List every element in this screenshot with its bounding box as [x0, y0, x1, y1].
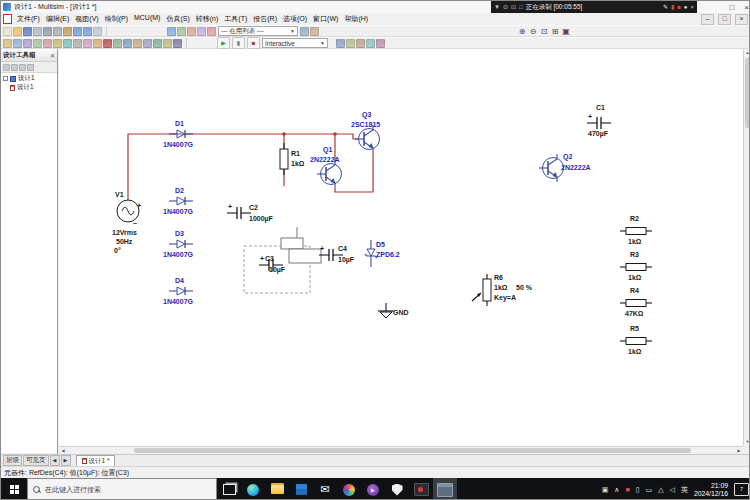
place-diode-icon[interactable] — [23, 39, 32, 48]
rec-select-icon[interactable]: ⊙ — [503, 4, 508, 10]
open-file-icon[interactable] — [13, 27, 22, 36]
battery-icon[interactable]: ▯ — [636, 486, 640, 493]
screen-recorder-icon[interactable] — [409, 478, 433, 500]
edge-icon[interactable] — [241, 478, 265, 500]
in-use-list-dropdown[interactable]: --- 在用列表 --- ▼ — [218, 26, 298, 36]
place-indicator-icon[interactable] — [93, 39, 102, 48]
panel-close-icon[interactable]: ✕ — [50, 52, 55, 59]
media-player-icon[interactable]: ▶ — [361, 478, 385, 500]
place-mcu-icon[interactable] — [163, 39, 172, 48]
defender-icon[interactable] — [385, 478, 409, 500]
sheet-tab-design1[interactable]: 设计1 * — [76, 455, 116, 467]
zoom-out-icon[interactable]: ⊖ — [528, 27, 538, 36]
tab-scroll-left-icon[interactable]: ◀ — [50, 455, 60, 466]
redo-icon[interactable] — [83, 27, 92, 36]
rec-draw-icon[interactable]: ✎ — [663, 4, 668, 10]
place-source-icon[interactable] — [3, 39, 12, 48]
start-button[interactable] — [1, 478, 27, 500]
menu-help[interactable]: 帮助(H) — [341, 14, 371, 24]
paste-icon[interactable] — [63, 27, 72, 36]
pause-simulation-button[interactable]: ▮ — [232, 37, 245, 49]
place-ncs-icon[interactable] — [153, 39, 162, 48]
photos-icon[interactable] — [337, 478, 361, 500]
mdi-restore-button[interactable]: □ — [718, 14, 731, 25]
save-icon[interactable] — [23, 27, 32, 36]
rec-camera-icon[interactable]: ● — [684, 4, 688, 10]
zoom-in-icon[interactable]: ⊕ — [517, 27, 527, 36]
component-D2[interactable]: D21N4007G — [163, 187, 194, 215]
display-icon[interactable]: ▭ — [646, 486, 653, 493]
toolbox-open-icon[interactable] — [11, 64, 18, 71]
tree-item-design-sheet[interactable]: 设计1 — [1, 83, 57, 92]
window-close-button[interactable]: × — [744, 3, 749, 12]
tab-scroll-right-icon[interactable]: ▶ — [61, 455, 71, 466]
taskview-icon[interactable] — [217, 478, 241, 500]
cut-icon[interactable] — [43, 27, 52, 36]
design-toolbox-toggle-icon[interactable] — [167, 27, 176, 36]
rec-pause-icon[interactable]: ▮ — [671, 4, 674, 10]
instrument-multimeter-icon[interactable] — [346, 39, 355, 48]
menu-transfer[interactable]: 转移(n) — [193, 14, 222, 24]
vertical-scrollbar[interactable]: ▲ ▼ — [743, 49, 750, 446]
horizontal-scrollbar[interactable]: ◀ ▶ — [59, 446, 743, 454]
rec-region-icon[interactable]: ⊡ — [511, 4, 516, 10]
print-icon[interactable] — [33, 27, 42, 36]
place-misc-icon[interactable] — [113, 39, 122, 48]
place-cmos-icon[interactable] — [63, 39, 72, 48]
menu-place[interactable]: 绘制(P) — [102, 14, 131, 24]
gamebar-icon[interactable]: ▣ — [602, 486, 609, 493]
cloud-music-icon[interactable]: ■ — [625, 486, 629, 493]
taskbar-search-input[interactable]: 在此键入进行搜索 — [27, 478, 217, 500]
menu-simulate[interactable]: 仿真(S) — [163, 14, 192, 24]
volume-icon[interactable]: ◁ — [670, 486, 675, 493]
tree-item-design-root[interactable]: - 设计1 — [1, 74, 57, 83]
horizontal-scroll-thumb[interactable] — [134, 448, 691, 453]
menu-edit[interactable]: 编辑(E) — [43, 14, 72, 24]
menu-file[interactable]: 文件(F) — [14, 14, 43, 24]
menu-mcu[interactable]: MCU(M) — [131, 14, 163, 24]
component-D4[interactable]: D41N4007G — [163, 277, 194, 305]
instrument-generator-icon[interactable] — [366, 39, 375, 48]
mdi-minimize-button[interactable]: – — [701, 14, 714, 25]
vertical-scroll-thumb[interactable] — [745, 58, 750, 128]
component-R2[interactable]: R21kΩ — [620, 215, 652, 245]
language-indicator[interactable]: 英 — [681, 486, 688, 493]
scroll-up-icon[interactable]: ▲ — [744, 49, 750, 57]
component-D3[interactable]: D31N4007G — [163, 230, 194, 258]
rec-close-icon[interactable]: × — [690, 4, 694, 10]
scroll-down-icon[interactable]: ▼ — [744, 438, 750, 446]
place-rf-icon[interactable] — [133, 39, 142, 48]
copy-icon[interactable] — [53, 27, 62, 36]
schematic-drawing[interactable]: +–V112Vrms50Hz0°D11N4007GD21N4007GD31N40… — [59, 49, 743, 446]
analyses-menu-icon[interactable] — [336, 39, 345, 48]
notification-center-icon[interactable]: 7 — [734, 483, 749, 496]
component-R4[interactable]: R447KΩ — [620, 287, 652, 317]
place-mixed-icon[interactable] — [83, 39, 92, 48]
new-file-icon[interactable] — [3, 27, 12, 36]
component-C4[interactable]: +C410µF — [319, 245, 355, 264]
explorer-icon[interactable] — [265, 478, 289, 500]
taskbar-clock[interactable]: 21:09 2024/12/16 — [694, 482, 728, 498]
place-ttl-icon[interactable] — [53, 39, 62, 48]
menu-view[interactable]: 视图(V) — [72, 14, 101, 24]
toolbox-view-icon[interactable] — [27, 64, 34, 71]
component-C3[interactable]: +C310µF — [259, 255, 286, 274]
simulation-mode-dropdown[interactable]: Interactive ▼ — [262, 38, 328, 48]
component-Q2[interactable]: Q22N2222A — [539, 153, 591, 182]
window-restore-button[interactable]: □ — [729, 3, 734, 12]
instrument-oscilloscope-icon[interactable] — [356, 39, 365, 48]
multisim-taskbar-icon[interactable] — [433, 478, 457, 500]
mail-icon[interactable]: ✉ — [313, 478, 337, 500]
component-R3[interactable]: R31kΩ — [620, 251, 652, 281]
zoom-area-icon[interactable]: ⊡ — [539, 27, 549, 36]
rec-menu-icon[interactable]: ▼ — [494, 4, 500, 10]
rec-window-icon[interactable]: □ — [519, 4, 523, 10]
place-analog-icon[interactable] — [43, 39, 52, 48]
network-icon[interactable]: △ — [658, 486, 663, 493]
component-V1[interactable]: +–V112Vrms50Hz0° — [112, 191, 141, 254]
schematic-canvas[interactable]: +–V112Vrms50Hz0°D11N4007GD21N4007GD31N40… — [59, 49, 743, 446]
component-wizard-icon[interactable] — [300, 27, 309, 36]
component-R5[interactable]: R51kΩ — [620, 325, 652, 355]
component-GND[interactable]: GND — [378, 303, 409, 318]
undo-icon[interactable] — [73, 27, 82, 36]
